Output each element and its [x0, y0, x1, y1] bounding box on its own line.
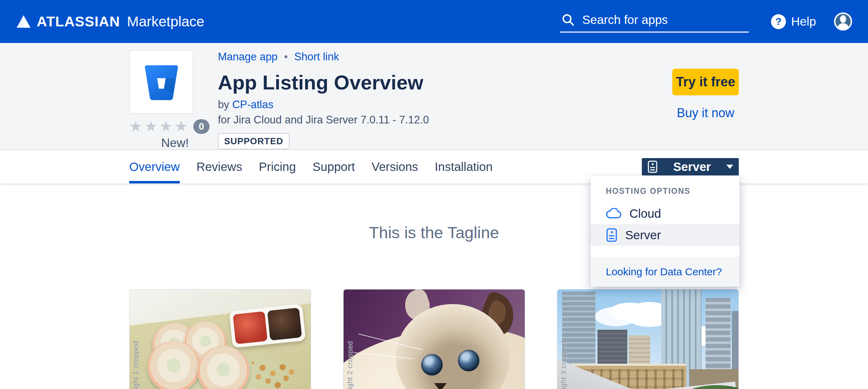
short-link[interactable]: Short link — [294, 51, 339, 63]
help-button[interactable]: ? Help — [771, 14, 816, 29]
hosting-options-dropdown: HOSTING OPTIONS Cloud — [591, 176, 739, 287]
app-header-section: ★★★★ 0 New! Manage app • Short link App … — [0, 43, 868, 150]
app-links-row: Manage app • Short link — [218, 51, 429, 63]
avatar-icon — [835, 14, 851, 29]
search-input[interactable] — [582, 13, 747, 27]
page-title: App Listing Overview — [218, 71, 429, 94]
brand-primary: ATLASSIAN — [37, 14, 120, 30]
manage-app-link[interactable]: Manage app — [218, 51, 277, 63]
tab-support[interactable]: Support — [312, 150, 355, 183]
search-icon — [561, 13, 575, 26]
vendor-link[interactable]: CP-atlas — [232, 98, 273, 111]
dropdown-footer: Looking for Data Center? — [591, 257, 739, 287]
listing-tab-bar: Overview Reviews Pricing Support Version… — [0, 150, 868, 183]
highlight-image-3[interactable]: highlight 3 cropped — [557, 289, 739, 389]
chevron-down-icon — [726, 165, 733, 169]
tab-overview[interactable]: Overview — [129, 150, 180, 183]
option-label: Cloud — [629, 207, 661, 221]
dropdown-heading: HOSTING OPTIONS — [591, 184, 739, 203]
tab-installation[interactable]: Installation — [435, 150, 493, 183]
hosting-button-label: Server — [658, 160, 726, 174]
byline-prefix: by — [218, 98, 229, 111]
top-navigation-bar: ATLASSIAN Marketplace ? Help — [0, 0, 868, 43]
bitbucket-bucket-icon — [141, 62, 181, 102]
data-center-link[interactable]: Looking for Data Center? — [606, 266, 722, 277]
new-label: New! — [129, 136, 189, 150]
rating-count-badge: 0 — [193, 119, 210, 134]
tab-reviews[interactable]: Reviews — [196, 150, 242, 183]
try-it-free-button[interactable]: Try it free — [672, 69, 739, 95]
hosting-dropdown-button[interactable]: Server — [642, 158, 739, 175]
user-avatar[interactable] — [834, 12, 852, 31]
star-icons: ★★★★ — [129, 118, 190, 135]
highlight-image-1[interactable]: highlight 1 cropped — [129, 289, 311, 389]
watermark-label: highlight 3 cropped — [559, 341, 568, 389]
hosting-option-cloud[interactable]: Cloud — [591, 203, 739, 224]
rating-stars: ★★★★ 0 — [129, 118, 194, 135]
highlight-images-row: highlight 1 cropped highlight 2 cropped — [129, 289, 739, 389]
help-label: Help — [791, 15, 816, 28]
byline: by CP-atlas — [218, 98, 429, 111]
watermark-label: highlight 1 cropped — [132, 341, 140, 389]
buy-it-now-link[interactable]: Buy it now — [677, 106, 734, 120]
link-separator: • — [284, 51, 288, 63]
option-label: Server — [625, 228, 661, 242]
supported-badge: SUPPORTED — [218, 133, 290, 149]
cloud-icon — [606, 208, 622, 219]
app-logo-card — [129, 50, 193, 114]
server-icon — [647, 160, 658, 173]
brand-secondary: Marketplace — [127, 14, 204, 30]
hosting-option-server[interactable]: Server — [591, 224, 739, 246]
marketplace-app-listing-page: ATLASSIAN Marketplace ? Help — [0, 0, 868, 389]
highlight-image-2[interactable]: highlight 2 cropped — [343, 289, 525, 389]
tabs: Overview Reviews Pricing Support Version… — [129, 150, 493, 183]
atlassian-logo-icon — [16, 15, 31, 28]
app-search-bar[interactable] — [560, 11, 749, 33]
watermark-label: highlight 2 cropped — [346, 341, 354, 389]
tab-pricing[interactable]: Pricing — [259, 150, 296, 183]
compatibility-text: for Jira Cloud and Jira Server 7.0.11 - … — [218, 114, 429, 126]
atlassian-marketplace-logo[interactable]: ATLASSIAN Marketplace — [16, 14, 204, 30]
server-icon — [606, 228, 618, 242]
help-icon: ? — [771, 14, 786, 29]
dropdown-spacer — [591, 246, 739, 257]
sauce-dish-shape — [229, 304, 306, 348]
tab-versions[interactable]: Versions — [372, 150, 418, 183]
